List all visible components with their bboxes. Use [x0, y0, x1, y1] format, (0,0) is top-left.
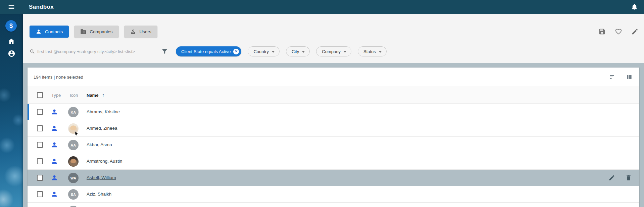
table-row[interactable]: AA Akbar, Asma — [28, 137, 639, 153]
contact-name-link[interactable]: Akbar, Asma — [87, 142, 112, 147]
contact-type-icon — [51, 191, 58, 198]
page-actions — [598, 28, 639, 35]
table-row[interactable]: Armstrong, Austin — [28, 153, 639, 170]
page-title: Sandbox — [29, 4, 54, 10]
dropdown-label: Country — [253, 49, 269, 54]
avatar — [68, 156, 79, 167]
person-icon — [36, 29, 42, 35]
table-row[interactable]: KA Abrams, Kristine — [28, 104, 639, 120]
caret-down-icon — [272, 51, 275, 53]
table-header-row: Type Icon Name ↑ — [28, 86, 639, 104]
dropdown-label: Status — [363, 49, 376, 54]
notifications-icon[interactable] — [631, 3, 638, 12]
filter-chips: Client State equals Active ✕ Country Cit… — [176, 46, 387, 56]
tab-label: Contacts — [45, 29, 63, 34]
contact-type-icon — [51, 174, 58, 181]
dollar-icon[interactable]: $ — [5, 20, 17, 32]
table-row[interactable]: SA Aziz, Shaikh — [28, 186, 639, 203]
contact-name-link[interactable]: Abrams, Kristine — [87, 109, 120, 114]
save-icon[interactable] — [598, 28, 606, 35]
contact-type-icon — [51, 158, 58, 165]
avatar: WA — [68, 173, 79, 183]
contact-name-link[interactable]: Aziz, Shaikh — [87, 192, 111, 197]
delete-row-icon[interactable] — [625, 174, 632, 181]
contact-type-icon — [51, 108, 58, 116]
sort-asc-icon[interactable]: ↑ — [102, 92, 104, 98]
dropdown-label: Company — [322, 49, 341, 54]
columns-icon[interactable] — [626, 74, 633, 80]
column-header-icon[interactable]: Icon — [70, 93, 78, 98]
tab-users[interactable]: Users — [124, 26, 157, 38]
table-body: KA Abrams, Kristine Ahmed, Zineea AA Akb… — [28, 104, 639, 207]
sort-icon[interactable] — [609, 74, 616, 80]
select-all-checkbox[interactable] — [37, 92, 43, 98]
filter-funnel-icon[interactable] — [161, 48, 168, 56]
avatar: KA — [68, 107, 79, 117]
filter-dropdown-city[interactable]: City — [286, 46, 310, 56]
contact-name-link[interactable]: Asbell, William — [87, 175, 116, 180]
tab-label: Users — [140, 29, 151, 34]
top-bar: Sandbox — [0, 0, 644, 14]
column-header-type[interactable]: Type — [51, 93, 61, 98]
favorite-icon[interactable] — [615, 28, 622, 35]
tab-contacts[interactable]: Contacts — [30, 26, 69, 38]
caret-down-icon — [379, 51, 382, 53]
search-input[interactable] — [37, 47, 140, 56]
chip-label: Client State equals Active — [181, 49, 231, 54]
list-container: 194 items | none selected Type Icon Name… — [23, 63, 644, 207]
list-summary: 194 items | none selected — [34, 75, 83, 80]
contact-type-icon — [51, 125, 58, 132]
account-icon[interactable] — [8, 50, 15, 59]
avatar: AA — [68, 140, 79, 150]
table-row[interactable]: Ahmed, Zineea — [28, 120, 639, 137]
table-row[interactable] — [28, 203, 639, 207]
edit-icon[interactable] — [631, 28, 639, 35]
contacts-card: 194 items | none selected Type Icon Name… — [28, 68, 639, 207]
avatar — [68, 123, 79, 134]
dropdown-label: City — [292, 49, 299, 54]
list-tools — [609, 74, 633, 80]
caret-down-icon — [344, 51, 346, 53]
row-actions — [608, 174, 632, 181]
row-checkbox[interactable] — [37, 175, 43, 181]
row-checkbox[interactable] — [37, 191, 43, 197]
filter-dropdown-status[interactable]: Status — [358, 46, 387, 56]
left-sidebar: $ — [0, 14, 23, 207]
row-checkbox[interactable] — [37, 142, 43, 148]
column-header-name[interactable]: Name — [87, 93, 98, 98]
companies-icon — [80, 29, 86, 35]
filter-dropdown-company[interactable]: Company — [316, 46, 351, 56]
tab-label: Companies — [90, 29, 112, 34]
avatar: SA — [68, 189, 79, 200]
list-toolbar: 194 items | none selected — [28, 68, 639, 86]
row-selected-indicator — [28, 104, 29, 120]
row-checkbox[interactable] — [37, 109, 43, 115]
menu-icon[interactable] — [0, 3, 23, 11]
contact-name-link[interactable]: Armstrong, Austin — [87, 159, 122, 164]
chip-remove-icon[interactable]: ✕ — [233, 49, 239, 54]
person-outline-icon — [130, 29, 136, 35]
entity-tabs: Contacts Companies Users — [30, 26, 157, 38]
contact-name-link[interactable]: Ahmed, Zineea — [87, 126, 117, 131]
row-checkbox[interactable] — [37, 125, 43, 131]
active-filter-chip[interactable]: Client State equals Active ✕ — [176, 46, 241, 56]
row-checkbox[interactable] — [37, 158, 43, 164]
caret-down-icon — [302, 51, 305, 53]
app-window: Sandbox $ Contacts Companies Users — [0, 0, 644, 207]
table-row[interactable]: WA Asbell, William — [28, 170, 639, 186]
search-icon — [30, 49, 35, 56]
contact-type-icon — [51, 141, 58, 149]
tab-companies[interactable]: Companies — [74, 26, 118, 38]
edit-row-icon[interactable] — [608, 174, 615, 181]
avatar — [68, 206, 79, 207]
filter-dropdown-country[interactable]: Country — [248, 46, 280, 56]
home-icon[interactable] — [8, 38, 15, 46]
